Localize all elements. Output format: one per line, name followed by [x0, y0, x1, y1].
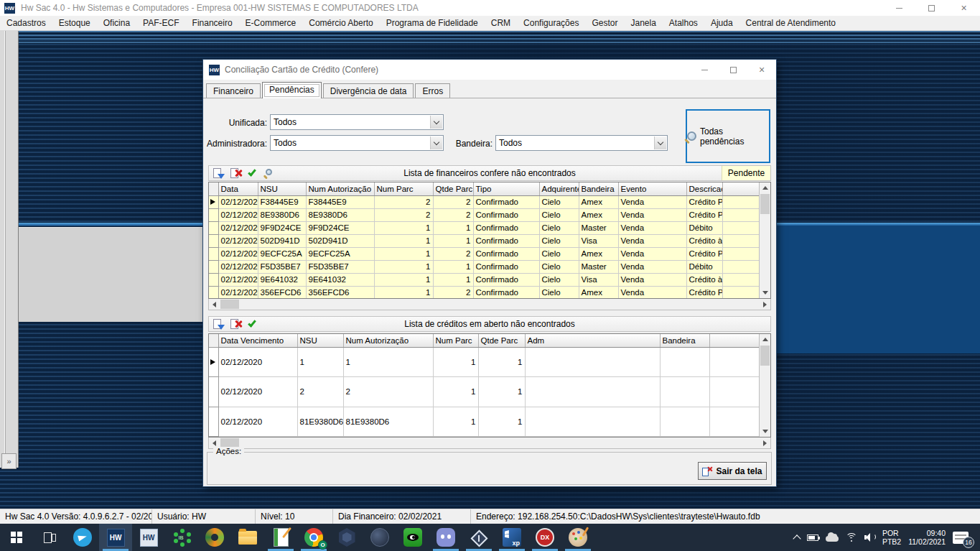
cell[interactable]: 02/12/2020 [218, 234, 258, 247]
cell[interactable]: Visa [579, 234, 618, 247]
cell[interactable]: 9ECFC25A [258, 247, 306, 260]
cell[interactable]: 2 [433, 247, 473, 260]
delete-icon[interactable] [230, 167, 242, 180]
cell[interactable]: Venda [618, 234, 686, 247]
cell[interactable]: Confirmado [473, 247, 539, 260]
cell[interactable]: Cielo [539, 234, 579, 247]
cell[interactable]: 1 [433, 347, 478, 377]
cell[interactable]: 1 [343, 347, 433, 377]
cell[interactable]: Débito [686, 260, 723, 273]
taskbar-telegram[interactable] [66, 524, 99, 551]
dialog-maximize-button[interactable] [719, 60, 747, 80]
speaker-icon[interactable] [864, 533, 875, 542]
cell[interactable]: 502D941D [258, 234, 306, 247]
notification-center-icon[interactable]: 16 [953, 532, 969, 544]
cell[interactable]: 2 [374, 195, 433, 208]
cell[interactable]: Master [579, 260, 618, 273]
taskbar-hex-app[interactable] [330, 524, 363, 551]
grid1-horizontal-scrollbar[interactable] [208, 299, 771, 310]
scroll-down-icon[interactable] [760, 426, 770, 437]
menu-item-cadastros[interactable]: Cadastros [0, 16, 52, 30]
cell[interactable]: 1 [478, 347, 525, 377]
cell[interactable]: 2 [374, 208, 433, 221]
column-header-qtde-parc[interactable]: Qtde Parc [433, 182, 473, 195]
dialog-close-button[interactable]: × [747, 60, 776, 80]
unificada-dropdown-button[interactable] [430, 116, 442, 129]
taskbar-chrome[interactable]: O [297, 524, 330, 551]
menu-item-programa-de-fidelidade[interactable]: Programa de Fidelidade [380, 16, 485, 30]
taskbar-media-app[interactable] [363, 524, 396, 551]
unificada-combo[interactable]: Todos [270, 114, 444, 130]
column-header-adquirente[interactable]: Adquirente [539, 182, 579, 195]
menu-item-e-commerce[interactable]: E-Commerce [239, 16, 303, 30]
cell[interactable]: 2 [297, 377, 343, 407]
scrollbar-thumb[interactable] [760, 194, 770, 214]
close-button[interactable]: × [948, 0, 980, 16]
cell[interactable]: 1 [374, 234, 433, 247]
cell[interactable]: 02/12/2020 [218, 273, 258, 286]
cell[interactable]: Cielo [539, 247, 579, 260]
tab-pend-ncias[interactable]: Pendências [262, 82, 322, 98]
cell[interactable]: Crédito Parcelado [686, 247, 723, 260]
cell[interactable]: Venda [618, 286, 686, 299]
cell[interactable]: 9F9D24CE [258, 221, 306, 234]
cell[interactable]: Amex [579, 247, 618, 260]
cell[interactable]: 02/12/2020 [218, 377, 297, 407]
cell[interactable]: Amex [579, 286, 618, 299]
maximize-button[interactable] [915, 0, 948, 16]
tray-chevron-up-icon[interactable] [793, 534, 801, 542]
table-row[interactable]: 02/12/202081E9380D681E9380D611 [209, 407, 760, 437]
language-indicator[interactable]: POR PTB2 [882, 529, 901, 546]
taskbar-hw-sac[interactable]: HW [99, 524, 132, 551]
sair-da-tela-button[interactable]: Sair da tela [698, 462, 767, 480]
menu-item-estoque[interactable]: Estoque [52, 16, 97, 30]
cell[interactable]: Amex [579, 208, 618, 221]
grid2-vertical-scrollbar[interactable] [759, 334, 770, 437]
cell[interactable]: Venda [618, 260, 686, 273]
menu-item-oficina[interactable]: Oficina [97, 16, 136, 30]
cell[interactable]: Crédito Parcelado [686, 195, 723, 208]
delete-icon[interactable] [230, 318, 242, 330]
cell[interactable] [660, 347, 709, 377]
menu-item-ajuda[interactable]: Ajuda [704, 16, 739, 30]
cell[interactable]: 8E9380D6 [258, 208, 306, 221]
cell[interactable]: 9F9D24CE [306, 221, 374, 234]
tab-erros[interactable]: Erros [415, 83, 450, 98]
cell[interactable]: F5D35BE7 [258, 260, 306, 273]
cell[interactable]: 1 [297, 347, 343, 377]
cell[interactable]: Confirmado [473, 221, 539, 234]
scroll-up-icon[interactable] [760, 334, 770, 345]
taskbar-file-explorer[interactable] [231, 524, 264, 551]
table-row[interactable]: 02/12/20209E6410329E64103211ConfirmadoCi… [209, 273, 760, 286]
grid2-horizontal-scrollbar[interactable] [208, 437, 771, 449]
cell[interactable] [525, 407, 660, 437]
cell[interactable]: 1 [433, 234, 473, 247]
wifi-icon[interactable] [846, 533, 857, 542]
taskbar-windows-xp-vm[interactable]: xp [495, 524, 528, 551]
column-header-num-autoriza-o[interactable]: Num Autorização [343, 334, 433, 347]
cell[interactable]: 1 [478, 407, 525, 437]
cell[interactable]: Master [579, 221, 618, 234]
menu-item-gestor[interactable]: Gestor [585, 16, 624, 30]
column-header-qtde-parc[interactable]: Qtde Parc [478, 334, 525, 347]
taskbar-services-app[interactable] [198, 524, 231, 551]
cell[interactable]: 9ECFC25A [306, 247, 374, 260]
taskbar-notes-app[interactable] [264, 524, 297, 551]
cell[interactable]: 2 [343, 377, 433, 407]
menu-item-atalhos[interactable]: Atalhos [663, 16, 704, 30]
cell[interactable]: 8E9380D6 [306, 208, 374, 221]
cell[interactable] [660, 377, 709, 407]
table-row[interactable]: 02/12/2020F38445E9F38445E922ConfirmadoCi… [209, 195, 760, 208]
scrollbar-thumb[interactable] [760, 346, 770, 366]
cell[interactable]: 02/12/2020 [218, 208, 258, 221]
cell[interactable]: Débito [686, 221, 723, 234]
menu-item-configura-es[interactable]: Configurações [517, 16, 585, 30]
cell[interactable]: 02/12/2020 [218, 407, 297, 437]
column-header-bandeira[interactable]: Bandeira [579, 182, 618, 195]
cell[interactable]: Amex [579, 195, 618, 208]
cell[interactable]: Venda [618, 273, 686, 286]
cell[interactable]: Confirmado [473, 234, 539, 247]
cell[interactable]: 1 [374, 260, 433, 273]
grid1-vertical-scrollbar[interactable] [759, 182, 770, 298]
cell[interactable]: 1 [433, 377, 478, 407]
